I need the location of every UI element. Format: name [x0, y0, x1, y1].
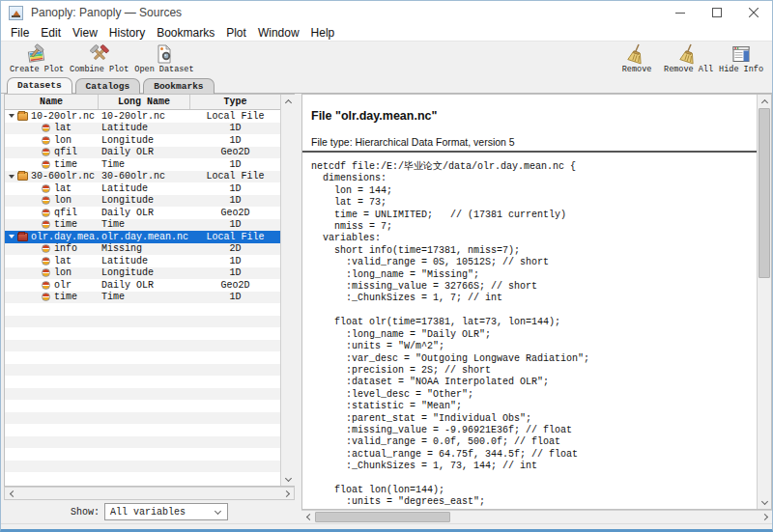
menu-plot[interactable]: Plot — [220, 26, 252, 40]
tree-horizontal-scrollbar[interactable] — [4, 487, 295, 500]
cell-long-name: Missing — [99, 243, 190, 256]
menu-view[interactable]: View — [67, 26, 103, 40]
menu-help[interactable]: Help — [305, 26, 341, 40]
cell-name: lon — [5, 195, 99, 208]
tree-row-variable[interactable]: latLatitude1D — [5, 123, 280, 135]
menu-history[interactable]: History — [103, 26, 151, 40]
info-vertical-scrollbar[interactable] — [757, 95, 771, 509]
chevron-down-icon — [215, 508, 221, 515]
info-horizontal-scrollbar[interactable] — [301, 510, 772, 523]
remove-all-button[interactable]: Remove All — [664, 43, 713, 74]
tree-header: Name Long Name Type — [5, 95, 280, 110]
toolbar-left-group: Create PlotCombine PlotOpen Dataset — [7, 43, 197, 74]
scroll-down-icon[interactable] — [759, 496, 771, 509]
tree-row-variable[interactable]: lonLongitude1D — [5, 195, 280, 208]
tree-row-dataset[interactable]: 10-20olr.nc10-20olr.ncLocal File — [5, 110, 280, 123]
tab-bookmarks[interactable]: Bookmarks — [143, 78, 214, 94]
open-dataset-button[interactable]: Open Dataset — [134, 43, 193, 74]
cell-type: Local File — [190, 231, 280, 243]
minimize-button[interactable] — [662, 1, 699, 24]
menu-bookmarks[interactable]: Bookmarks — [151, 26, 220, 40]
tree-row-dataset[interactable]: olr.day.mea...olr.day.mean.ncLocal File — [5, 231, 280, 243]
cell-name: olr.day.mea... — [5, 231, 99, 243]
tree-row-variable[interactable]: timeTime1D — [5, 219, 280, 232]
cell-type: 1D — [190, 182, 280, 195]
tree-row-variable[interactable]: latLatitude1D — [5, 182, 280, 195]
remove-button[interactable]: Remove — [616, 43, 658, 74]
tab-catalogs[interactable]: Catalogs — [75, 78, 141, 94]
tree-row-variable[interactable]: lonLongitude1D — [5, 267, 280, 280]
expander-triangle-icon[interactable] — [9, 114, 14, 118]
maximize-button[interactable] — [699, 1, 735, 24]
tree-row-variable[interactable]: infoMissing2D — [5, 243, 280, 256]
cell-name: lon — [5, 267, 99, 280]
menu-window[interactable]: Window — [252, 26, 305, 40]
info-window-icon — [730, 43, 752, 65]
create-plot-button[interactable]: Create Plot — [10, 43, 64, 74]
menu-file[interactable]: File — [5, 26, 35, 40]
column-header-name[interactable]: Name — [5, 95, 99, 109]
netcdf-dump-text: netcdf file:/E:/毕业论文/data/olr.day.mean.n… — [311, 161, 757, 509]
hide-info-button[interactable]: Hide Info — [719, 43, 763, 74]
variable-icon — [42, 184, 50, 193]
tree-vertical-scrollbar[interactable] — [280, 95, 295, 486]
dataset-icon — [17, 112, 28, 121]
expander-triangle-icon[interactable] — [9, 175, 14, 179]
column-header-long-name[interactable]: Long Name — [99, 95, 190, 109]
show-variables-dropdown[interactable]: All variables — [104, 503, 228, 520]
scroll-up-icon[interactable] — [759, 95, 771, 107]
tab-datasets[interactable]: Datasets — [7, 77, 72, 94]
tree-row-variable[interactable]: latLatitude1D — [5, 255, 280, 267]
scroll-up-icon[interactable] — [282, 95, 295, 107]
scroll-left-icon[interactable] — [5, 488, 17, 500]
cell-type: 1D — [190, 219, 280, 232]
scroll-right-icon[interactable] — [759, 511, 772, 523]
tree-empty-stripe — [5, 472, 280, 485]
tree-row-variable[interactable]: timeTime1D — [5, 292, 280, 304]
cell-type: Geo2D — [190, 147, 280, 159]
tree-row-dataset[interactable]: 30-60olr.nc30-60olr.ncLocal File — [5, 171, 280, 183]
scroll-right-icon[interactable] — [281, 488, 294, 500]
cell-long-name: olr.day.mean.nc — [99, 231, 190, 243]
tree-empty-stripe — [5, 436, 280, 449]
close-button[interactable] — [735, 1, 772, 24]
expander-triangle-icon[interactable] — [9, 235, 14, 238]
tree-empty-stripe — [5, 316, 280, 328]
cell-long-name: Daily OLR — [99, 279, 190, 292]
create-plot-icon — [26, 43, 47, 65]
cell-type: 1D — [190, 267, 280, 280]
tree-row-variable[interactable]: qfilDaily OLRGeo2D — [5, 147, 280, 159]
scrollbar-thumb[interactable] — [759, 108, 770, 278]
show-bar: Show: All variables — [4, 500, 295, 523]
cell-name: time — [5, 158, 99, 171]
variable-icon — [42, 281, 50, 290]
scrollbar-thumb[interactable] — [315, 512, 450, 522]
scroll-left-icon[interactable] — [301, 511, 314, 523]
tree-row-variable[interactable]: qfilDaily OLRGeo2D — [5, 207, 280, 219]
file-type-text: File type: Hierarchical Data Format, ver… — [311, 136, 757, 148]
tree-row-variable[interactable]: olrDaily OLRGeo2D — [5, 279, 280, 292]
tree-empty-stripe — [5, 327, 280, 340]
scroll-down-icon[interactable] — [282, 473, 295, 486]
broom-icon — [678, 43, 700, 65]
column-header-type[interactable]: Type — [190, 95, 280, 109]
tree-empty-stripe — [5, 461, 280, 473]
tree-row-variable[interactable]: timeTime1D — [5, 158, 280, 171]
panel-divider[interactable] — [295, 94, 301, 523]
tree-row-variable[interactable]: lonLongitude1D — [5, 134, 280, 147]
toolbar-button-label: Combine Plot — [70, 65, 129, 74]
cell-name: qfil — [5, 207, 99, 219]
cell-long-name: Longitude — [99, 195, 190, 208]
variable-icon — [42, 136, 50, 145]
cell-long-name: Latitude — [99, 182, 190, 195]
cell-name: olr — [5, 279, 99, 292]
variable-icon — [42, 220, 50, 229]
cell-name: info — [5, 243, 99, 256]
cell-long-name: Longitude — [99, 134, 190, 147]
cell-long-name: Latitude — [99, 255, 190, 267]
combine-plot-button[interactable]: Combine Plot — [70, 43, 129, 74]
broom-icon — [626, 43, 647, 65]
toolbar-button-label: Open Dataset — [134, 65, 193, 74]
cell-long-name: 10-20olr.nc — [99, 110, 190, 123]
menu-edit[interactable]: Edit — [35, 26, 67, 40]
